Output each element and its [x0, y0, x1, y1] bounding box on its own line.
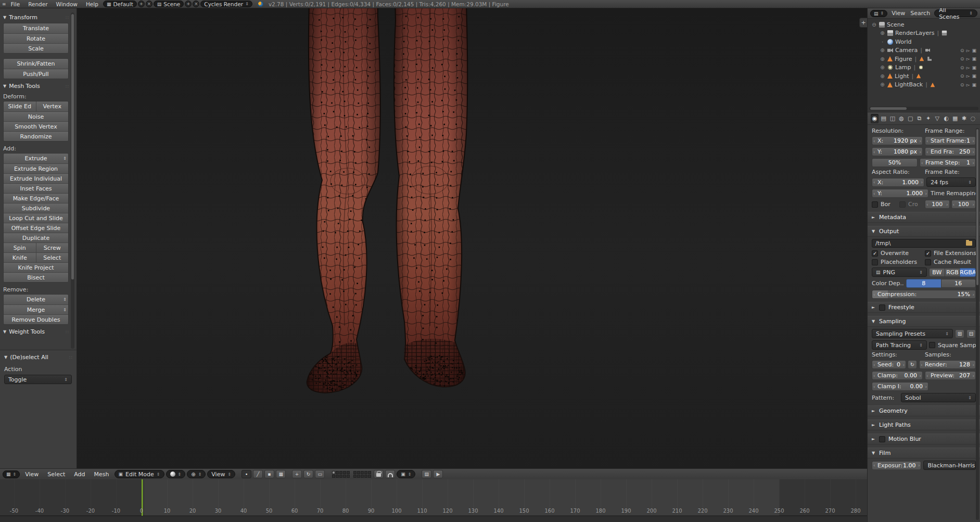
outliner-item-figure[interactable]: ⊕Figure|⊙▻▣ — [869, 55, 979, 63]
exposure-field[interactable]: Exposur:1.00 — [872, 461, 921, 470]
tool-screw[interactable]: Screw — [36, 243, 69, 252]
crop-checkbox[interactable]: Cro — [899, 201, 923, 208]
tool-delete[interactable]: Delete⇕ — [4, 295, 68, 304]
placeholders-checkbox[interactable]: Placeholders — [872, 259, 923, 265]
properties-tab-modifiers[interactable]: ✦ — [924, 114, 932, 123]
tool-extrude-region[interactable]: Extrude Region — [4, 163, 68, 173]
freestyle-panel-header[interactable]: ►Freestyle — [868, 302, 980, 313]
square-samples-checkbox[interactable]: Square Samp... — [929, 342, 976, 349]
add-region-tab[interactable]: + — [859, 18, 867, 28]
rgba-button[interactable]: RGBA — [960, 268, 976, 277]
tool-randomize[interactable]: Randomize — [4, 131, 68, 141]
tool-make-edge-face[interactable]: Make Edge/Face — [4, 193, 68, 203]
rgb-button[interactable]: RGB — [945, 268, 961, 277]
renderable-icon[interactable]: ▣ — [972, 65, 976, 70]
scene-select[interactable]: ▤ Scene — [154, 1, 184, 7]
panel-drag-icon[interactable]: ∷ — [66, 15, 69, 20]
light-paths-panel-header[interactable]: ►Light Paths — [868, 419, 980, 430]
renderable-icon[interactable]: ▣ — [972, 56, 976, 61]
menu-window[interactable]: Window — [53, 1, 81, 7]
expand-icon[interactable]: ⊕ — [880, 56, 885, 62]
pattern-select[interactable]: Sobol — [901, 393, 976, 402]
snap-toggle-button[interactable] — [385, 470, 395, 478]
border-checkbox[interactable]: Bor — [872, 201, 895, 208]
hide-icon[interactable]: ⊙ — [960, 82, 964, 87]
tool-extrude[interactable]: Extrude⇕ — [4, 154, 68, 163]
resolution-percentage-slider[interactable]: 50% — [872, 158, 918, 167]
shelf-scrollbar[interactable] — [71, 12, 74, 349]
outliner-item-lightback[interactable]: ⊕LightBack|⊙▻▣ — [869, 81, 979, 90]
outliner-hscrollbar[interactable] — [869, 107, 978, 110]
aspect-y-field[interactable]: Y:1.000 — [872, 189, 928, 198]
expand-icon[interactable]: ⊕ — [880, 73, 885, 79]
outliner-display-filter[interactable]: All Scenes ⇕ — [934, 9, 977, 17]
timeline-editor[interactable]: -50-40-30-20-100102030405060708090100110… — [0, 479, 867, 522]
face-select-mode-button[interactable]: ▪ — [264, 470, 274, 478]
renderable-icon[interactable]: ▣ — [972, 82, 976, 87]
tool-merge[interactable]: Merge⇕ — [4, 304, 68, 314]
expand-icon[interactable]: ⊕ — [880, 82, 885, 87]
start-frame-field[interactable]: Start Frame:1 — [925, 136, 976, 145]
tool-smooth-vertex[interactable]: Smooth Vertex — [4, 121, 68, 131]
hide-icon[interactable]: ⊙ — [960, 48, 964, 53]
selectable-icon[interactable]: ▻ — [966, 65, 970, 70]
add-layout-button[interactable]: + — [138, 1, 145, 7]
tool-knife-project[interactable]: Knife Project — [4, 262, 68, 272]
properties-tab-render[interactable]: ◉ — [871, 114, 879, 123]
cache-result-checkbox[interactable]: Cache Result — [925, 259, 976, 265]
add-scene-button[interactable]: + — [185, 1, 192, 7]
hide-icon[interactable]: ⊙ — [960, 65, 964, 70]
properties-tab-object[interactable]: ▢ — [907, 114, 914, 123]
preview-samples-field[interactable]: Preview:207 — [925, 371, 976, 380]
layers-widget[interactable] — [332, 471, 350, 478]
expand-icon[interactable]: ⊕ — [880, 47, 885, 53]
remap-old-field[interactable]: 100 — [925, 200, 950, 209]
panel-drag-icon[interactable]: ∷ — [66, 329, 69, 335]
lock-to-scene-button[interactable] — [374, 470, 384, 478]
outliner-item-camera[interactable]: ⊕Camera|⊙▻▣ — [869, 46, 979, 55]
layers-widget-2[interactable] — [353, 471, 371, 478]
menu-add[interactable]: Add — [70, 471, 88, 478]
edge-select-mode-button[interactable]: ╱ — [253, 470, 263, 478]
menu-view[interactable]: View — [21, 471, 42, 478]
expand-icon[interactable]: ⊕ — [880, 30, 885, 36]
resolution-x-field[interactable]: X:1920 px — [872, 136, 923, 145]
editor-type-icon[interactable]: ≡ — [2, 2, 6, 7]
renderable-icon[interactable]: ▣ — [972, 48, 976, 53]
pivot-select[interactable]: ⊕ ⇕ — [187, 470, 206, 478]
remove-preset-button[interactable]: ⊟ — [966, 329, 976, 338]
hide-icon[interactable]: ⊙ — [960, 73, 964, 79]
properties-scrollbar[interactable] — [976, 128, 979, 520]
metadata-panel-header[interactable]: ►Metadata — [868, 212, 980, 223]
tool-duplicate[interactable]: Duplicate — [4, 233, 68, 243]
outliner-editor-type-button[interactable]: ▤ ⇕ — [870, 10, 887, 17]
bw-button[interactable]: BW — [929, 268, 945, 277]
file-extensions-checkbox[interactable]: ✓File Extensions — [925, 250, 976, 257]
tool-bisect[interactable]: Bisect — [4, 272, 68, 282]
aspect-x-field[interactable]: X:1.000 — [872, 178, 924, 187]
add-preset-button[interactable]: ⊞ — [955, 329, 964, 338]
menu-render[interactable]: Render — [24, 1, 51, 7]
orientation-select[interactable]: View ⇕ — [207, 470, 235, 478]
tool-shrink-fatten[interactable]: Shrink/Fatten — [4, 59, 68, 69]
outliner-item-world[interactable]: ·World — [869, 37, 979, 46]
tool-vertex[interactable]: Vertex — [36, 101, 69, 111]
tool-rotate[interactable]: Rotate — [4, 33, 68, 43]
depth-16-button[interactable]: 16 — [941, 279, 976, 288]
resolution-y-field[interactable]: Y:1080 px — [872, 147, 923, 156]
random-seed-button[interactable]: ↻ — [908, 360, 917, 369]
tool-extrude-individual[interactable]: Extrude Individual — [4, 173, 68, 183]
screen-layout-select[interactable]: ▦ Default — [103, 1, 137, 7]
seed-field[interactable]: Seed:0 — [872, 360, 906, 369]
outliner-item-light[interactable]: ⊕Light|⊙▻▣ — [869, 72, 979, 81]
hide-icon[interactable]: ⊙ — [960, 56, 964, 61]
limit-selection-visible-button[interactable]: ▦ — [276, 470, 286, 478]
properties-tab-material[interactable]: ◐ — [942, 114, 950, 123]
tool-spin[interactable]: Spin — [4, 243, 36, 252]
checkbox-icon[interactable] — [879, 304, 885, 311]
depth-8-button[interactable]: 8 — [906, 279, 941, 288]
panel-header-mesh-tools[interactable]: ▼Mesh Tools∷ — [3, 83, 69, 90]
tool-loop-cut-and-slide[interactable]: Loop Cut and Slide — [4, 213, 68, 223]
folder-icon[interactable] — [966, 241, 972, 246]
compression-slider[interactable]: Compression:15% — [872, 290, 976, 299]
